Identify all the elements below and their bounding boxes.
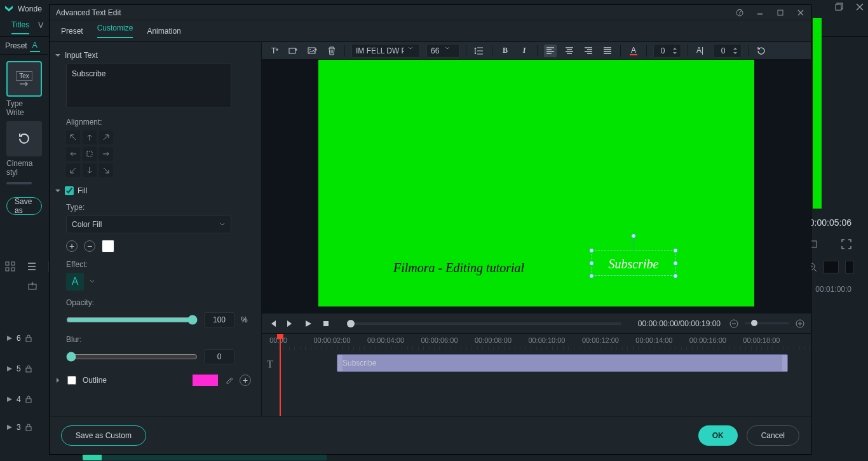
step-down-icon[interactable] (672, 51, 678, 56)
handle-bl[interactable] (589, 273, 594, 279)
help-icon[interactable]: ? (736, 9, 743, 17)
align-bc[interactable] (83, 163, 97, 177)
zoom-slider[interactable] (745, 322, 789, 324)
editor-area: T IM FELL DW Pica F 66 B I A (262, 42, 811, 416)
add-color-button[interactable]: + (66, 240, 78, 252)
main-restore-icon[interactable] (835, 3, 844, 11)
prev-frame-icon[interactable] (268, 319, 277, 328)
text-clip[interactable]: Subscribe (337, 354, 788, 372)
eyedropper-icon[interactable] (224, 376, 233, 385)
handle-ml[interactable] (589, 261, 594, 266)
clip-grip-left[interactable] (337, 355, 342, 371)
type-select[interactable]: Color Fill (66, 216, 231, 233)
maximize-icon[interactable] (776, 9, 784, 17)
input-text-field[interactable] (66, 64, 231, 108)
lock-icon[interactable] (25, 365, 32, 373)
save-as-button[interactable]: Save as (6, 197, 42, 215)
add-shape-icon[interactable] (287, 45, 300, 57)
bold-button[interactable]: B (499, 45, 512, 57)
italic-button[interactable]: I (518, 45, 531, 57)
thumb-typewriter[interactable]: Tex (6, 61, 42, 97)
text-selection-box[interactable]: Subscribe (592, 251, 675, 276)
save-as-custom-button[interactable]: Save as Custom (61, 425, 146, 446)
opacity-slider[interactable] (66, 315, 198, 325)
tab-animation[interactable]: Animation (147, 27, 180, 36)
fullscreen-icon[interactable] (841, 239, 851, 249)
lock-icon[interactable] (25, 334, 32, 342)
char-spacing-icon[interactable]: A| (695, 45, 707, 57)
ok-button[interactable]: OK (698, 425, 738, 446)
handle-tl[interactable] (589, 248, 594, 253)
main-close-icon[interactable] (855, 3, 864, 11)
step-down-icon[interactable] (732, 51, 738, 56)
align-right-button[interactable] (582, 45, 595, 57)
align-justify-button[interactable] (601, 45, 614, 57)
grid-icon[interactable] (5, 261, 15, 272)
align-center-button[interactable] (563, 45, 576, 57)
step-up-icon[interactable] (672, 46, 678, 51)
text-color-button[interactable]: A (627, 45, 640, 57)
preview-canvas[interactable]: Filmora - Editing tutorial Subscribe (318, 60, 754, 306)
line-spacing-icon[interactable] (473, 45, 485, 57)
align-tl[interactable] (66, 130, 80, 144)
minimize-icon[interactable] (756, 9, 764, 17)
align-mc[interactable] (83, 147, 97, 161)
handle-tr[interactable] (673, 248, 678, 253)
step-up-icon[interactable] (732, 46, 738, 51)
tracking-stepper[interactable]: 0 (653, 44, 681, 58)
align-br[interactable] (99, 163, 113, 177)
thumb-cinema[interactable] (6, 121, 42, 156)
chevron-down-icon[interactable] (89, 279, 95, 285)
list-icon[interactable] (27, 261, 37, 272)
close-icon[interactable] (797, 9, 804, 17)
align-left-button[interactable] (544, 45, 557, 57)
add-text-icon[interactable]: T (268, 45, 281, 57)
font-select[interactable]: IM FELL DW Pica F (351, 44, 420, 58)
outline-checkbox[interactable] (67, 376, 76, 385)
blur-value[interactable]: 0 (204, 349, 234, 364)
scrub-knob[interactable] (347, 320, 355, 327)
remove-color-button[interactable]: − (84, 240, 95, 252)
input-text-header[interactable]: Input Text (55, 51, 251, 60)
canvas-text-1[interactable]: Filmora - Editing tutorial (393, 261, 524, 275)
export-icon[interactable] (27, 280, 37, 291)
outline-color-swatch[interactable] (193, 375, 218, 386)
arrow-right-icon (18, 81, 30, 87)
clip-grip-right[interactable] (782, 355, 787, 371)
align-bl[interactable] (66, 163, 80, 177)
align-ml[interactable] (66, 147, 80, 161)
zoom-in-icon[interactable] (796, 319, 804, 328)
stop-icon[interactable] (322, 319, 330, 328)
align-tr[interactable] (99, 130, 113, 144)
opacity-value[interactable]: 100 (204, 312, 234, 327)
rotate-handle[interactable] (631, 233, 636, 238)
effect-preview[interactable]: A (66, 273, 84, 291)
tab-preset[interactable]: Preset (61, 27, 83, 36)
tab-customize[interactable]: Customize (97, 24, 133, 38)
color-swatch[interactable] (102, 240, 114, 252)
preset-chip[interactable]: A (30, 39, 40, 52)
fill-checkbox[interactable] (65, 186, 74, 195)
align-mr[interactable] (99, 147, 113, 161)
blur-slider[interactable] (66, 352, 198, 362)
next-frame-icon[interactable] (286, 319, 295, 328)
add-image-icon[interactable] (306, 45, 319, 57)
zoom-out-icon[interactable] (729, 319, 738, 328)
ruler[interactable]: 00:0000:00:02:0000:00:04:0000:00:06:0000… (278, 336, 804, 353)
size-select[interactable]: 66 (426, 44, 459, 58)
delete-icon[interactable] (325, 45, 338, 57)
refresh-icon[interactable] (755, 45, 768, 57)
play-icon[interactable] (304, 319, 313, 328)
add-outline-button[interactable]: + (240, 375, 251, 386)
tab-titles[interactable]: Titles (11, 20, 29, 34)
cancel-button[interactable]: Cancel (747, 425, 799, 446)
charspace-stepper[interactable]: 0 (714, 44, 742, 58)
handle-br[interactable] (673, 273, 678, 279)
scrub-bar[interactable] (347, 322, 621, 325)
lock-icon[interactable] (25, 423, 32, 431)
align-tc[interactable] (83, 130, 97, 144)
tab-v[interactable]: V (38, 21, 43, 34)
lock-icon[interactable] (25, 396, 32, 403)
handle-mr[interactable] (673, 261, 678, 266)
playhead[interactable] (280, 334, 281, 416)
